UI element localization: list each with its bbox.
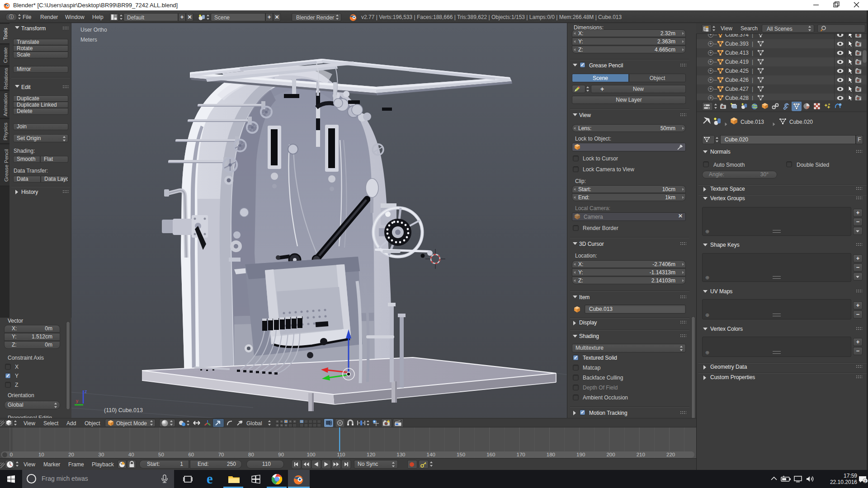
svg-text:y: y bbox=[76, 399, 78, 404]
svg-text:User Ortho: User Ortho bbox=[80, 27, 107, 33]
svg-text:(110) Cube.013: (110) Cube.013 bbox=[104, 407, 143, 413]
svg-text:Meters: Meters bbox=[80, 37, 97, 43]
svg-text:2: 2 bbox=[864, 479, 866, 483]
svg-text:z: z bbox=[85, 389, 87, 394]
